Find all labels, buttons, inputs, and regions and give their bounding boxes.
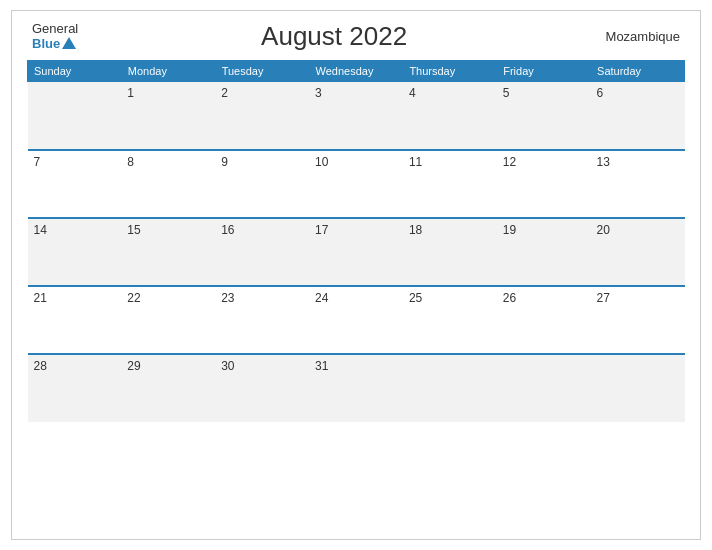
calendar-title: August 2022 — [78, 21, 590, 52]
table-row: 26 — [497, 286, 591, 354]
table-row: 6 — [591, 82, 685, 150]
logo-blue-text: Blue — [32, 37, 76, 51]
table-row — [28, 82, 122, 150]
table-row: 4 — [403, 82, 497, 150]
header-wednesday: Wednesday — [309, 61, 403, 82]
table-row: 30 — [215, 354, 309, 422]
table-row: 20 — [591, 218, 685, 286]
calendar-header: General Blue August 2022 Mozambique — [27, 21, 685, 52]
week-row-3: 14 15 16 17 18 19 20 — [28, 218, 685, 286]
country-label: Mozambique — [590, 29, 680, 44]
table-row: 21 — [28, 286, 122, 354]
table-row: 12 — [497, 150, 591, 218]
header-thursday: Thursday — [403, 61, 497, 82]
table-row: 17 — [309, 218, 403, 286]
logo-triangle-icon — [62, 37, 76, 49]
header-friday: Friday — [497, 61, 591, 82]
calendar-grid: Sunday Monday Tuesday Wednesday Thursday… — [27, 60, 685, 422]
table-row — [497, 354, 591, 422]
table-row: 7 — [28, 150, 122, 218]
table-row: 24 — [309, 286, 403, 354]
week-row-5: 28 29 30 31 — [28, 354, 685, 422]
table-row: 8 — [121, 150, 215, 218]
table-row: 27 — [591, 286, 685, 354]
table-row: 23 — [215, 286, 309, 354]
table-row: 16 — [215, 218, 309, 286]
table-row: 2 — [215, 82, 309, 150]
calendar-container: General Blue August 2022 Mozambique Sund… — [11, 10, 701, 540]
table-row: 10 — [309, 150, 403, 218]
table-row: 25 — [403, 286, 497, 354]
table-row — [403, 354, 497, 422]
logo: General Blue — [32, 22, 78, 51]
table-row: 18 — [403, 218, 497, 286]
header-saturday: Saturday — [591, 61, 685, 82]
table-row: 1 — [121, 82, 215, 150]
table-row: 13 — [591, 150, 685, 218]
table-row: 22 — [121, 286, 215, 354]
table-row: 28 — [28, 354, 122, 422]
table-row: 31 — [309, 354, 403, 422]
header-sunday: Sunday — [28, 61, 122, 82]
table-row: 19 — [497, 218, 591, 286]
week-row-1: 1 2 3 4 5 6 — [28, 82, 685, 150]
header-tuesday: Tuesday — [215, 61, 309, 82]
table-row: 29 — [121, 354, 215, 422]
table-row: 14 — [28, 218, 122, 286]
week-row-2: 7 8 9 10 11 12 13 — [28, 150, 685, 218]
table-row: 3 — [309, 82, 403, 150]
table-row — [591, 354, 685, 422]
header-monday: Monday — [121, 61, 215, 82]
table-row: 15 — [121, 218, 215, 286]
logo-general-text: General — [32, 22, 78, 36]
table-row: 5 — [497, 82, 591, 150]
weekday-header-row: Sunday Monday Tuesday Wednesday Thursday… — [28, 61, 685, 82]
table-row: 9 — [215, 150, 309, 218]
week-row-4: 21 22 23 24 25 26 27 — [28, 286, 685, 354]
table-row: 11 — [403, 150, 497, 218]
